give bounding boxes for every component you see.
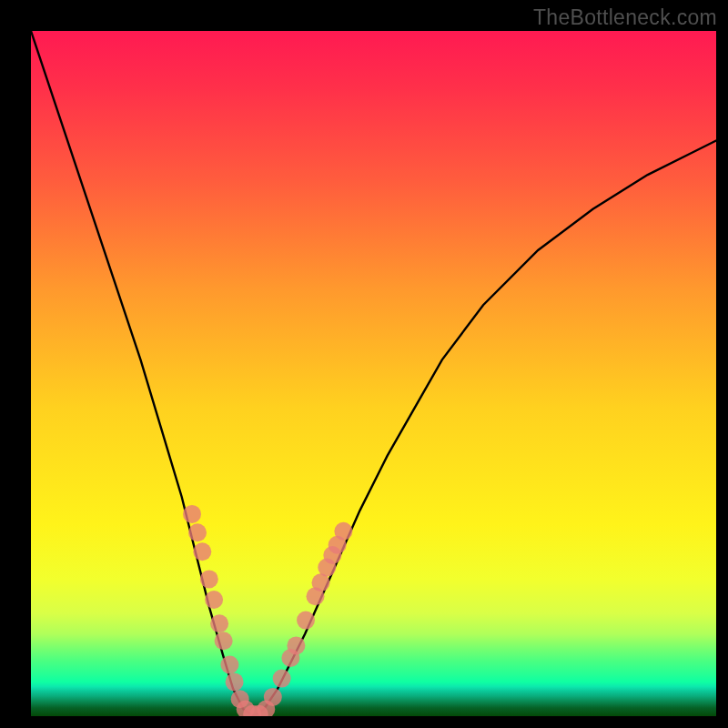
- watermark-text: TheBottleneck.com: [533, 5, 717, 30]
- marker-point: [210, 614, 228, 632]
- marker-point: [215, 632, 233, 650]
- curve-overlay: [31, 31, 716, 716]
- marker-point: [200, 570, 218, 588]
- outer-frame: TheBottleneck.com: [0, 0, 728, 728]
- marker-point: [205, 591, 223, 609]
- marker-point: [287, 636, 305, 654]
- marker-point: [226, 672, 244, 691]
- marker-point: [273, 670, 291, 688]
- marker-point: [264, 688, 282, 706]
- bottleneck-curve: [31, 31, 716, 716]
- marker-group: [183, 505, 352, 716]
- marker-point: [220, 656, 238, 674]
- marker-point: [183, 505, 201, 523]
- marker-point: [334, 522, 352, 541]
- marker-point: [297, 612, 315, 630]
- plot-area: [31, 31, 716, 716]
- marker-point: [193, 542, 211, 561]
- marker-point: [188, 523, 207, 541]
